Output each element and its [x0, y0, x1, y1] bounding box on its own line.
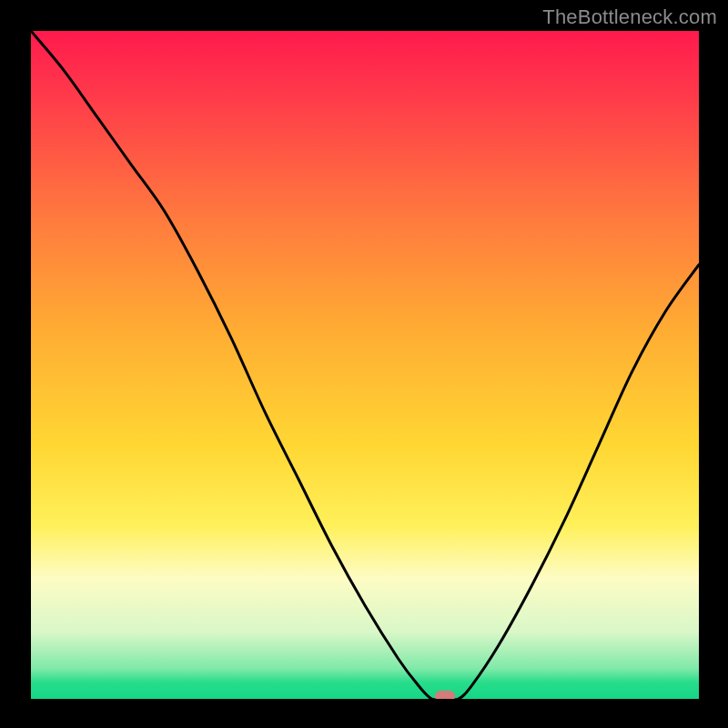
gradient-background [31, 31, 699, 699]
attribution-text: TheBottleneck.com [542, 5, 717, 29]
optimal-marker [435, 691, 455, 702]
bottleneck-chart [0, 0, 728, 728]
chart-frame: { "attribution": "TheBottleneck.com", "c… [0, 0, 728, 728]
